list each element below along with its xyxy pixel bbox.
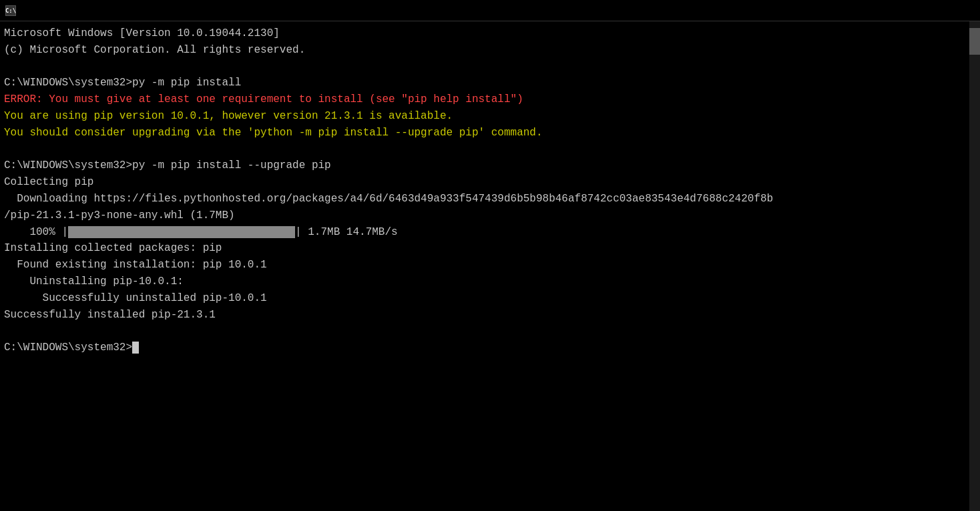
prompt-text: C:\WINDOWS\system32> [4, 342, 132, 354]
empty-line [4, 323, 976, 340]
terminal-line: Collecting pip [4, 174, 976, 191]
terminal-line: Microsoft Windows [Version 10.0.19044.21… [4, 25, 976, 42]
progress-suffix: | 1.7MB 14.7MB/s [295, 224, 398, 241]
terminal-line: (c) Microsoft Corporation. All rights re… [4, 42, 976, 59]
terminal-line: You should consider upgrading via the 'p… [4, 125, 976, 141]
terminal-line: Successfully installed pip-21.3.1 [4, 307, 976, 324]
close-button[interactable] [944, 0, 975, 21]
prompt-cursor-line: C:\WINDOWS\system32> [4, 340, 976, 356]
terminal-line: Installing collected packages: pip [4, 240, 976, 257]
empty-line [4, 59, 976, 75]
scrollbar[interactable] [969, 21, 980, 511]
terminal-line: /pip-21.3.1-py3-none-any.whl (1.7MB) [4, 207, 976, 224]
minimize-button[interactable] [883, 0, 913, 21]
terminal-line: C:\WINDOWS\system32>py -m pip install [4, 75, 976, 91]
terminal-body: Microsoft Windows [Version 10.0.19044.21… [0, 21, 980, 511]
terminal-line: ERROR: You must give at least one requir… [4, 91, 976, 108]
terminal-line: You are using pip version 10.0.1, howeve… [4, 108, 976, 125]
terminal-line: C:\WINDOWS\system32>py -m pip install --… [4, 157, 976, 174]
progress-prefix: 100% | [4, 224, 68, 241]
terminal-line: Uninstalling pip-10.0.1: [4, 274, 976, 290]
terminal-line: Downloading https://files.pythonhosted.o… [4, 191, 976, 207]
title-bar: C:\ [0, 0, 980, 21]
title-bar-left: C:\ [5, 5, 21, 16]
terminal-output: Microsoft Windows [Version 10.0.19044.21… [4, 25, 976, 356]
cursor [132, 342, 139, 354]
cmd-icon-text: C:\ [5, 7, 16, 14]
cmd-icon: C:\ [5, 5, 16, 16]
terminal-line: Found existing installation: pip 10.0.1 [4, 257, 976, 274]
terminal-line: Successfully uninstalled pip-10.0.1 [4, 290, 976, 307]
empty-line [4, 141, 976, 158]
progress-bar-line: 100% || 1.7MB 14.7MB/s [4, 224, 976, 241]
window: C:\ Microsoft Windows [Version 10.0.1904… [0, 0, 980, 511]
maximize-button[interactable] [913, 0, 944, 21]
scrollbar-thumb[interactable] [969, 28, 980, 55]
progress-bar-fill [68, 226, 295, 238]
title-bar-controls [883, 0, 975, 21]
